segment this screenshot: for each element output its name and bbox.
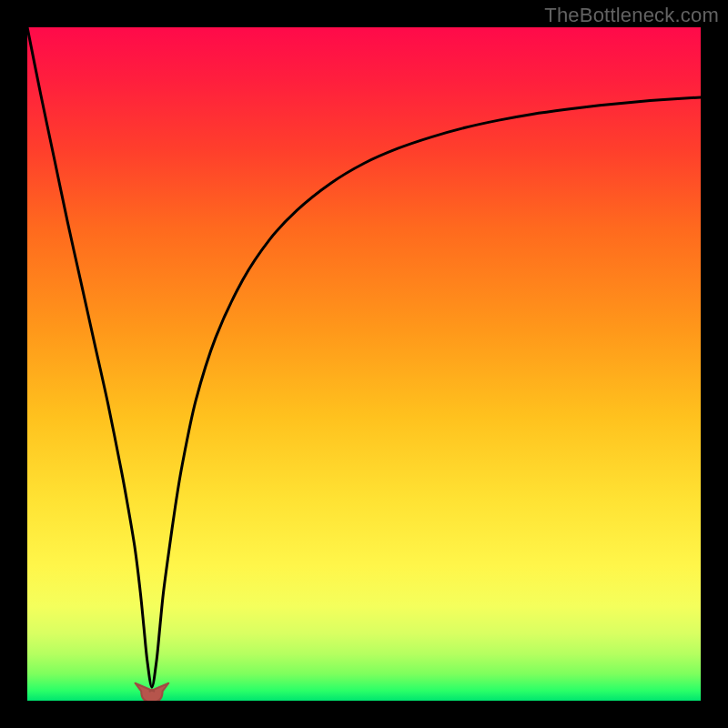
bottleneck-curve <box>27 27 701 687</box>
chart-frame: TheBottleneck.com <box>0 0 728 728</box>
curve-layer <box>27 27 701 701</box>
watermark-text: TheBottleneck.com <box>544 4 719 27</box>
notch-marker <box>136 683 169 701</box>
plot-area <box>27 27 701 701</box>
